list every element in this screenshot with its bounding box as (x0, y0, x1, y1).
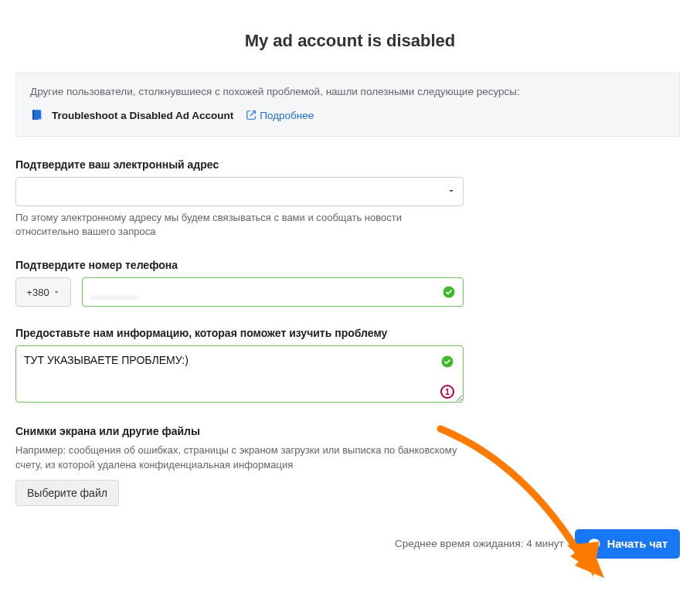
book-icon (30, 108, 44, 122)
email-section: Подтвердите ваш электронный адрес По это… (15, 158, 464, 239)
phone-section: Подтвердите номер телефона +380 (15, 259, 464, 307)
learn-more-link[interactable]: Подробнее (246, 110, 314, 121)
email-select[interactable] (15, 177, 464, 206)
problem-section: Предоставьте нам информацию, которая пом… (15, 327, 464, 405)
resource-title: Troubleshoot a Disabled Ad Account (52, 110, 233, 121)
phone-label: Подтвердите номер телефона (15, 259, 464, 271)
valid-check-icon (440, 355, 454, 371)
problem-textarea[interactable] (15, 345, 464, 403)
external-link-icon (246, 110, 257, 121)
files-section: Снимки экрана или другие файлы Например:… (15, 425, 464, 505)
phone-input[interactable] (82, 277, 464, 307)
files-help: Например: сообщения об ошибках, страницы… (15, 443, 464, 471)
email-help: По этому электронному адресу мы будем св… (15, 211, 464, 239)
problem-label: Предоставьте нам информацию, которая пом… (15, 327, 464, 339)
country-code-select[interactable]: +380 (15, 277, 71, 307)
email-label: Подтвердите ваш электронный адрес (15, 158, 464, 171)
svg-rect-0 (32, 110, 34, 120)
choose-file-button[interactable]: Выберите файл (15, 480, 119, 506)
valid-check-icon (442, 285, 456, 299)
page-title: My ad account is disabled (15, 31, 685, 51)
wait-time-text: Среднее время ожидания: 4 минут (395, 538, 564, 549)
files-label: Снимки экрана или другие файлы (15, 425, 464, 437)
resources-box: Другие пользователи, столкнувшиеся с пох… (15, 73, 680, 137)
chat-icon (587, 537, 601, 551)
caret-down-icon (53, 288, 60, 296)
resource-item: Troubleshoot a Disabled Ad Account Подро… (30, 108, 665, 122)
footer-row: Среднее время ожидания: 4 минут Начать ч… (15, 529, 680, 559)
resources-intro: Другие пользователи, столкнувшиеся с пох… (30, 86, 665, 97)
start-chat-label: Начать чат (607, 538, 668, 550)
start-chat-button[interactable]: Начать чат (575, 529, 680, 559)
country-code-value: +380 (26, 287, 49, 298)
learn-more-label: Подробнее (260, 110, 314, 121)
